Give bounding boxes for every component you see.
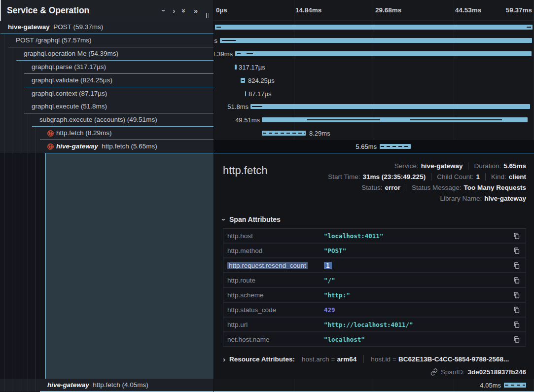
span-tree-row[interactable]: graphql.validate (824.25µs)	[0, 74, 214, 87]
attribute-row[interactable]: net.host.name"localhost"	[223, 332, 526, 346]
ruler-tick-label: 59.37ms	[506, 0, 532, 21]
span-tree-row[interactable]: graphql.execute (51.8ms)	[0, 100, 214, 113]
chevrons-right-icon[interactable]: »	[194, 7, 197, 14]
chevron-right-icon[interactable]: ›	[173, 7, 175, 14]
span-bar[interactable]	[215, 25, 533, 30]
tree-toolbar: ››»»	[163, 0, 197, 21]
tree-indent-guide	[12, 74, 12, 87]
span-meta: Service:hive-gatewayDuration:5.65msStart…	[328, 160, 526, 204]
span-id-row: SpanID: 3de02518937fb246	[223, 368, 526, 376]
chevron-down-icon[interactable]: ›	[160, 9, 168, 12]
span-bar-child-marks	[242, 80, 244, 81]
span-tree-row[interactable]: POST /graphql (57.57ms)	[0, 34, 214, 47]
tree-indent-guide	[28, 127, 28, 140]
span-bar[interactable]	[235, 51, 532, 56]
copy-icon[interactable]	[512, 231, 521, 240]
copy-icon[interactable]	[512, 320, 521, 329]
span-duration-label: 8.29ms	[309, 127, 330, 140]
resource-attributes-title: Resource Attributes:	[229, 356, 295, 363]
span-tree-row[interactable]: hive-gateway http.fetch (4.05ms)	[0, 379, 214, 392]
resource-attributes-row[interactable]: › Resource Attributes: host.arch=arm64ho…	[223, 354, 526, 364]
span-duration-label: 49.51ms	[235, 113, 260, 127]
span-operation-name: graphql.validate (824.25µs)	[32, 76, 112, 84]
tree-indent-guide	[28, 153, 28, 379]
attribute-key: http.status_code	[227, 306, 324, 314]
panel-divider[interactable]	[214, 0, 214, 392]
copy-icon[interactable]	[512, 335, 521, 344]
attribute-value: 1	[324, 262, 512, 269]
meta-label: Status:	[361, 184, 382, 191]
timeline-row[interactable]: 824.25µs	[214, 74, 534, 87]
timeline-ruler: 0µs14.84ms29.68ms44.53ms59.37ms	[214, 0, 534, 21]
span-tree-row[interactable]: hive-gateway POST (59.37ms)	[0, 21, 214, 34]
timeline-row[interactable]: 317.17µs	[214, 61, 534, 74]
span-tree-row[interactable]: subgraph.execute (accounts) (49.51ms)	[0, 113, 214, 127]
attribute-row[interactable]: http.status_code429	[223, 303, 526, 318]
span-row-label: subgraph.execute (accounts) (49.51ms)	[39, 113, 157, 126]
timeline-row[interactable]: 54.39ms	[214, 47, 534, 61]
span-bar-child-segment	[307, 119, 380, 120]
span-tree-row[interactable]: graphql.context (87.17µs)	[0, 87, 214, 101]
span-tree-row[interactable]: http.fetch (8.29ms)	[0, 127, 214, 140]
span-tree-row[interactable]: graphql.parse (317.17µs)	[0, 61, 214, 74]
timeline-row[interactable]: 4.05ms	[214, 379, 534, 392]
attribute-row[interactable]: http.url"http://localhost:4011/"	[223, 318, 526, 332]
span-operation-name: http.fetch (4.05ms)	[93, 381, 148, 389]
copy-icon[interactable]	[512, 276, 521, 285]
span-bar[interactable]	[235, 65, 237, 70]
meta-label: Kind:	[491, 173, 506, 180]
meta-value: Too Many Requests	[463, 184, 526, 191]
copy-icon[interactable]	[512, 305, 521, 314]
attribute-row[interactable]: http.scheme"http:"	[223, 288, 526, 303]
span-tree-row[interactable]: hive-gateway http.fetch (5.65ms)	[0, 140, 214, 153]
timeline-row[interactable]: 8.29ms	[214, 127, 534, 140]
timeline-row[interactable]	[214, 21, 534, 34]
span-bar[interactable]	[262, 131, 306, 136]
resource-value: arm64	[337, 356, 356, 363]
copy-icon[interactable]	[512, 246, 521, 255]
copy-icon[interactable]	[512, 261, 521, 270]
timeline-row[interactable]: 49.51ms	[214, 113, 534, 127]
attribute-row[interactable]: http.host"localhost:4011"	[223, 229, 526, 244]
meta-value: client	[509, 173, 526, 180]
timeline-panel: 0µs14.84ms29.68ms44.53ms59.37ms 57.57ms5…	[214, 0, 534, 392]
span-bar[interactable]	[250, 104, 530, 109]
timeline-row[interactable]: 87.17µs	[214, 87, 534, 101]
span-title: http.fetch	[223, 164, 268, 177]
tree-indent-guide	[36, 140, 36, 153]
meta-value: hive-gateway	[484, 195, 526, 202]
timeline-row[interactable]: 57.57ms	[214, 34, 534, 47]
chevrons-down-icon[interactable]: »	[180, 8, 188, 12]
attribute-value: "/"	[324, 277, 512, 284]
span-bar[interactable]	[220, 38, 532, 43]
timeline-row[interactable]: 51.8ms	[214, 100, 534, 113]
tree-indent-guide	[20, 61, 20, 74]
tree-indent-guide	[12, 127, 12, 140]
span-bar-child-segment	[216, 27, 221, 28]
span-bar[interactable]	[504, 383, 526, 388]
link-icon[interactable]	[430, 368, 438, 376]
span-duration-label: 317.17µs	[239, 61, 265, 74]
panel-resize-handle[interactable]	[205, 13, 210, 18]
span-tree-row[interactable]: graphql.operation Me (54.39ms)	[0, 47, 214, 61]
attribute-row[interactable]: http.request.resend_count1	[223, 258, 526, 273]
tree-indent-guide	[20, 140, 20, 153]
tree-indent-guide	[36, 379, 36, 392]
meta-label: Duration:	[474, 162, 501, 170]
attribute-row[interactable]: http.method"POST"	[223, 244, 526, 258]
attribute-row[interactable]: http.route"/"	[223, 273, 526, 288]
span-duration-label: 5.65ms	[356, 140, 377, 153]
span-meta-line: Status:errorStatus Message:Too Many Requ…	[328, 182, 526, 193]
span-row-label: graphql.operation Me (54.39ms)	[24, 47, 118, 60]
span-bar[interactable]	[241, 78, 245, 83]
meta-value: 1	[476, 173, 480, 180]
tree-indent-guide	[4, 87, 4, 101]
span-bar[interactable]	[245, 91, 246, 96]
span-bar-child-segment	[222, 40, 236, 41]
timeline-row[interactable]: 5.65ms	[214, 140, 534, 153]
span-bar[interactable]	[380, 144, 411, 149]
span-attributes-section-header[interactable]: › Span Attributes	[223, 215, 526, 223]
span-meta-line: Service:hive-gatewayDuration:5.65ms	[328, 160, 526, 171]
tree-indent-guide	[12, 87, 12, 101]
copy-icon[interactable]	[512, 290, 521, 299]
